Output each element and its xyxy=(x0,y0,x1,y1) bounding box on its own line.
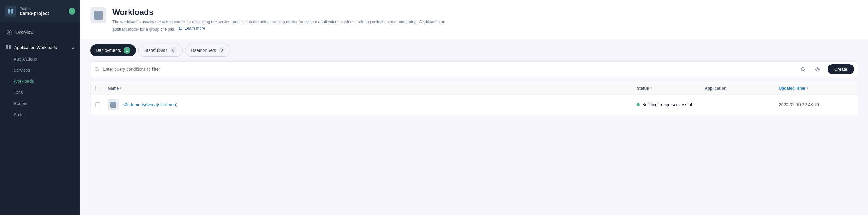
tab-daemonsets-badge: 0 xyxy=(218,47,225,54)
project-icon xyxy=(5,5,16,17)
table-row: s2i-demo-ty6wma(s2i-demo) Building image… xyxy=(91,95,858,115)
sidebar-item-jobs[interactable]: Jobs xyxy=(0,87,80,98)
refresh-button[interactable] xyxy=(798,64,808,74)
projects-label: Projects xyxy=(20,7,65,10)
svg-point-5 xyxy=(8,31,10,33)
search-icon xyxy=(94,67,99,72)
application-workloads-header[interactable]: Application Workloads ▴ xyxy=(0,41,80,54)
settings-button[interactable] xyxy=(813,64,823,74)
header-text: Workloads The workload is usually the ac… xyxy=(113,7,452,33)
select-all-checkbox[interactable] xyxy=(95,86,100,91)
main-content: Workloads The workload is usually the ac… xyxy=(80,0,868,215)
column-header-updated-time[interactable]: Updated Time ▾ xyxy=(779,86,840,91)
overview-label: Overview xyxy=(16,30,33,35)
page-header: Workloads The workload is usually the ac… xyxy=(80,0,868,39)
project-dropdown-btn[interactable] xyxy=(69,8,75,14)
svg-rect-6 xyxy=(6,45,8,47)
content-area: Create Name ▾ Status ▾ Application Upd xyxy=(80,57,868,215)
svg-rect-9 xyxy=(9,47,11,49)
column-header-application: Application xyxy=(705,86,779,91)
sidebar-item-services[interactable]: Services xyxy=(0,65,80,76)
toolbar-actions: Create xyxy=(798,64,854,74)
jobs-label: Jobs xyxy=(13,90,23,95)
routes-label: Routes xyxy=(13,101,27,106)
learn-more-label: Learn more xyxy=(185,25,205,32)
status-indicator xyxy=(637,103,640,106)
updated-time-sort-icon: ▾ xyxy=(807,87,808,90)
svg-line-13 xyxy=(98,70,99,71)
application-column-label: Application xyxy=(705,86,726,91)
sidebar-item-routes[interactable]: Routes xyxy=(0,98,80,109)
sidebar-item-pods[interactable]: Pods xyxy=(0,109,80,120)
row-more-button[interactable]: ⋮ xyxy=(840,100,849,109)
svg-rect-7 xyxy=(9,45,11,47)
workload-status-cell: Building image successful xyxy=(637,102,705,107)
workload-updated-time: 2020-02-10 22:43:19 xyxy=(779,102,840,107)
workloads-table: Name ▾ Status ▾ Application Updated Time… xyxy=(90,82,858,115)
status-label: Building image successful xyxy=(642,102,692,107)
description-text: The workload is usually the actual carri… xyxy=(113,20,445,32)
project-header[interactable]: Projects demo-project xyxy=(0,0,80,22)
application-workloads-label: Application Workloads xyxy=(14,45,57,50)
svg-rect-11 xyxy=(180,28,182,29)
table-header: Name ▾ Status ▾ Application Updated Time… xyxy=(91,82,858,95)
workload-name-cell: s2i-demo-ty6wma(s2i-demo) xyxy=(108,99,637,110)
sidebar-item-workloads[interactable]: Workloads xyxy=(0,76,80,87)
svg-rect-8 xyxy=(6,47,8,49)
status-sort-icon: ▾ xyxy=(650,87,652,90)
pods-label: Pods xyxy=(13,112,24,117)
workloads-label: Workloads xyxy=(13,79,34,84)
tab-daemonsets-label: DaemonSets xyxy=(191,48,216,53)
name-column-label: Name xyxy=(108,86,119,91)
tabs-bar: Deployments 1 StatefulSets 0 DaemonSets … xyxy=(80,39,868,57)
svg-rect-2 xyxy=(8,11,10,13)
page-header-icon xyxy=(90,7,106,24)
learn-more-link[interactable]: Learn more xyxy=(179,25,205,32)
tab-statefulsets-badge: 0 xyxy=(170,47,177,54)
services-label: Services xyxy=(13,68,30,72)
application-workloads-section: Application Workloads ▴ Applications Ser… xyxy=(0,39,80,123)
overview-icon xyxy=(6,29,12,35)
name-sort-icon: ▾ xyxy=(120,87,121,90)
svg-rect-3 xyxy=(11,11,13,13)
workloads-chevron-icon: ▴ xyxy=(72,45,74,50)
column-header-name[interactable]: Name ▾ xyxy=(108,86,637,91)
applications-label: Applications xyxy=(13,57,37,61)
page-description: The workload is usually the actual carri… xyxy=(113,19,452,33)
svg-rect-0 xyxy=(8,9,10,11)
tab-deployments-badge: 1 xyxy=(124,47,130,54)
workload-row-icon xyxy=(108,99,119,110)
workloads-section-icon xyxy=(6,44,11,50)
project-info: Projects demo-project xyxy=(20,7,65,16)
svg-point-14 xyxy=(817,68,818,70)
sidebar-item-overview[interactable]: Overview xyxy=(0,25,80,39)
status-column-label: Status xyxy=(637,86,649,91)
svg-point-12 xyxy=(95,67,98,70)
create-button[interactable]: Create xyxy=(828,64,854,74)
sidebar-nav: Overview Application Workloads ▴ Applica… xyxy=(0,22,80,126)
updated-time-column-label: Updated Time xyxy=(779,86,805,91)
tab-deployments-label: Deployments xyxy=(96,48,121,53)
row-checkbox[interactable] xyxy=(95,102,100,107)
workload-icon-shape xyxy=(110,102,117,108)
workload-name-link[interactable]: s2i-demo-ty6wma(s2i-demo) xyxy=(123,102,177,107)
tab-daemonsets[interactable]: DaemonSets 0 xyxy=(185,44,231,57)
project-name: demo-project xyxy=(20,10,65,16)
search-input[interactable] xyxy=(103,67,794,72)
sidebar-item-applications[interactable]: Applications xyxy=(0,54,80,65)
svg-rect-1 xyxy=(11,9,13,11)
workloads-icon xyxy=(94,11,102,20)
tab-statefulsets[interactable]: StatefulSets 0 xyxy=(138,44,183,57)
column-header-status[interactable]: Status ▾ xyxy=(637,86,705,91)
sidebar: Projects demo-project Overview xyxy=(0,0,80,215)
tab-statefulsets-label: StatefulSets xyxy=(144,48,168,53)
page-title: Workloads xyxy=(113,7,452,17)
tab-deployments[interactable]: Deployments 1 xyxy=(90,44,136,56)
toolbar: Create xyxy=(90,61,858,77)
